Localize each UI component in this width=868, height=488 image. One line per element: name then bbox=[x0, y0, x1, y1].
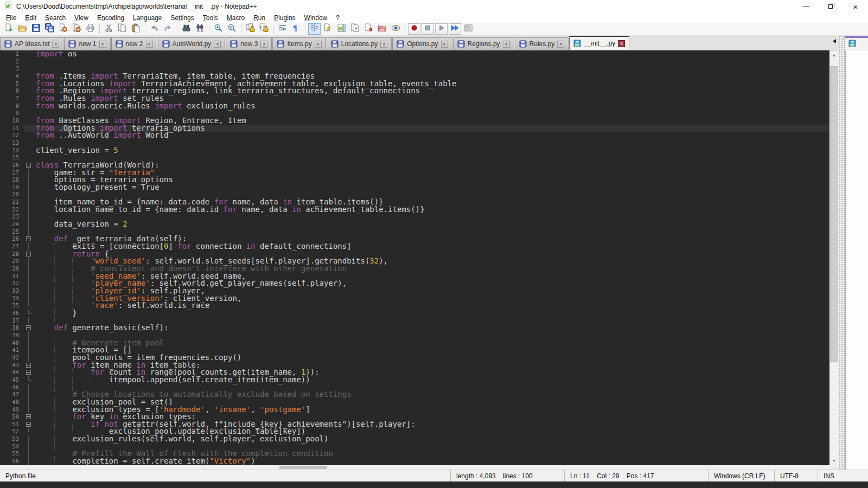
editor[interactable]: 1import os234from .Items import Terraria… bbox=[0, 50, 839, 465]
scroll-down-arrow[interactable]: ▼ bbox=[829, 456, 839, 465]
tab-new-2[interactable]: new 2x bbox=[111, 37, 157, 50]
find-button[interactable] bbox=[180, 23, 193, 35]
tab-new-3[interactable]: new 3x bbox=[226, 37, 272, 50]
scroll-up-arrow[interactable]: ▲ bbox=[829, 50, 839, 60]
code-line[interactable]: 19 topology_present = True bbox=[0, 184, 829, 191]
horizontal-scrollbar-thumb[interactable] bbox=[279, 466, 327, 469]
tab-close-button[interactable]: x bbox=[557, 41, 564, 48]
fold-margin[interactable] bbox=[24, 125, 35, 132]
fold-margin[interactable] bbox=[24, 391, 35, 399]
open-file-button[interactable] bbox=[16, 23, 29, 35]
code-line[interactable]: 1import os bbox=[0, 50, 829, 58]
tab-new-1[interactable]: new 1x bbox=[64, 37, 110, 50]
close-button[interactable]: × bbox=[843, 0, 868, 13]
tab-close-button[interactable]: x bbox=[214, 41, 221, 48]
secondary-editor-body[interactable] bbox=[845, 50, 868, 470]
fold-margin[interactable] bbox=[24, 80, 35, 88]
fold-margin[interactable] bbox=[24, 302, 35, 310]
menu-language[interactable]: Language bbox=[129, 14, 166, 22]
fold-margin[interactable] bbox=[24, 110, 35, 117]
fold-margin[interactable] bbox=[24, 384, 35, 391]
fold-margin[interactable] bbox=[24, 421, 35, 428]
fold-margin[interactable] bbox=[24, 139, 35, 147]
fold-margin[interactable] bbox=[24, 310, 35, 317]
code-line[interactable]: 38 def generate_basic(self): bbox=[0, 324, 829, 332]
fold-margin[interactable] bbox=[24, 198, 35, 206]
fold-margin[interactable] bbox=[24, 235, 35, 243]
zoom-out-button[interactable] bbox=[226, 23, 238, 35]
fold-margin[interactable] bbox=[24, 169, 35, 177]
macro-stop-button[interactable] bbox=[422, 23, 434, 35]
tab-autoworld-py[interactable]: AutoWorld.pyx bbox=[158, 37, 226, 50]
paste-button[interactable] bbox=[130, 23, 142, 35]
code-line[interactable]: 35 'race': self.world.is_race bbox=[0, 302, 829, 310]
fold-margin[interactable] bbox=[24, 162, 35, 169]
show-all-characters-button[interactable]: ¶ bbox=[290, 23, 302, 35]
fold-margin[interactable] bbox=[24, 154, 35, 162]
undo-button[interactable] bbox=[148, 23, 161, 35]
macro-save-button[interactable] bbox=[462, 23, 475, 35]
macro-run-multiple-button[interactable] bbox=[449, 23, 461, 35]
save-all-button[interactable] bbox=[43, 23, 56, 35]
horizontal-scrollbar[interactable] bbox=[0, 465, 829, 470]
monitoring-eye-button[interactable] bbox=[390, 23, 402, 35]
fold-margin[interactable] bbox=[24, 265, 35, 273]
tab-scroll-left-arrow[interactable] bbox=[833, 39, 836, 43]
fold-margin[interactable] bbox=[24, 213, 35, 221]
tab-regions-py[interactable]: Regions.pyx bbox=[453, 37, 514, 50]
minimize-button[interactable] bbox=[793, 0, 818, 13]
tab-options-py[interactable]: Options.pyx bbox=[392, 37, 452, 50]
close-file-button[interactable] bbox=[57, 23, 69, 35]
fold-margin[interactable] bbox=[24, 354, 35, 362]
fold-margin[interactable] bbox=[24, 221, 35, 228]
tab-close-button[interactable]: x bbox=[503, 41, 510, 48]
cut-button[interactable] bbox=[103, 23, 115, 35]
tab-locations-py[interactable]: Locations.pyx bbox=[327, 37, 392, 50]
tab-ap-ideas-txt[interactable]: AP Ideas.txtx bbox=[0, 37, 63, 50]
code-line[interactable]: 24 data_version = 2 bbox=[0, 221, 829, 228]
sync-vertical-scrolling-button[interactable] bbox=[244, 23, 257, 35]
fold-margin[interactable] bbox=[24, 73, 35, 80]
print-button[interactable] bbox=[84, 23, 97, 35]
code-line[interactable]: 36 } bbox=[0, 310, 829, 317]
close-all-button[interactable] bbox=[71, 23, 83, 35]
word-wrap-button[interactable] bbox=[276, 23, 289, 35]
menu-file[interactable]: File bbox=[2, 14, 21, 22]
fold-margin[interactable] bbox=[24, 176, 35, 184]
new-file-button[interactable] bbox=[3, 23, 15, 35]
vertical-scrollbar-thumb[interactable] bbox=[830, 66, 838, 362]
tab-close-button[interactable]: x bbox=[315, 41, 322, 48]
fold-margin[interactable] bbox=[24, 273, 35, 280]
menu-settings[interactable]: Settings bbox=[166, 14, 198, 22]
fold-margin[interactable] bbox=[24, 65, 35, 73]
code-line[interactable]: 2 bbox=[0, 58, 829, 66]
tab-close-button[interactable]: x bbox=[260, 41, 267, 48]
fold-margin[interactable] bbox=[24, 362, 35, 369]
fold-margin[interactable] bbox=[24, 280, 35, 287]
tab-rules-py[interactable]: Rules.pyx bbox=[515, 37, 569, 50]
menu-edit[interactable]: Edit bbox=[21, 14, 41, 22]
fold-margin[interactable] bbox=[24, 95, 35, 102]
fold-margin[interactable] bbox=[24, 287, 35, 295]
fold-margin[interactable] bbox=[24, 184, 35, 191]
save-file-button[interactable] bbox=[30, 23, 42, 35]
fold-margin[interactable] bbox=[24, 147, 35, 155]
redo-button[interactable] bbox=[162, 23, 174, 35]
menu-window[interactable]: Window bbox=[300, 14, 332, 22]
code-area[interactable]: 1import os234from .Items import Terraria… bbox=[0, 50, 829, 465]
tab-items-py[interactable]: Items.pyx bbox=[272, 37, 326, 50]
code-line[interactable]: 53 exclusion_rules(self.world, self.play… bbox=[0, 435, 829, 443]
fold-margin[interactable] bbox=[24, 228, 35, 236]
tab-close-button[interactable]: x bbox=[146, 41, 153, 48]
code-line[interactable]: 56 completion = self.create_item("Victor… bbox=[0, 458, 829, 465]
fold-margin[interactable] bbox=[24, 346, 35, 354]
fold-margin[interactable] bbox=[24, 339, 35, 347]
code-line[interactable]: 27 exits = [connection[0] for connection… bbox=[0, 243, 829, 251]
code-line[interactable]: 8from worlds.generic.Rules import exclus… bbox=[0, 102, 829, 110]
fold-margin[interactable] bbox=[24, 206, 35, 214]
sync-horizontal-scrolling-button[interactable] bbox=[258, 23, 270, 35]
tab-close-button[interactable]: x bbox=[618, 40, 625, 47]
restore-button[interactable] bbox=[818, 0, 843, 13]
document-switcher-button[interactable] bbox=[362, 23, 375, 35]
code-line[interactable]: 22 location_name_to_id = {name: data.id … bbox=[0, 206, 829, 214]
